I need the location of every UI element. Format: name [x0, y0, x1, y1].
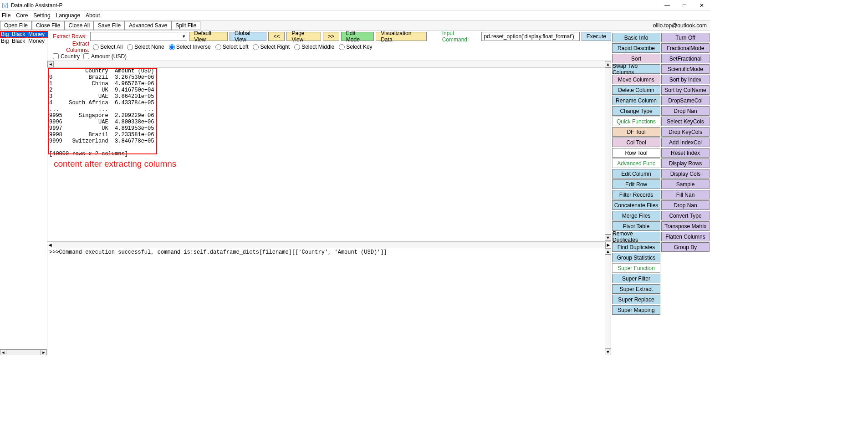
radio-select-none[interactable]: Select None	[127, 44, 164, 50]
radio-select-all[interactable]: Select All	[93, 44, 123, 50]
right-btn-select-keycols[interactable]: Select KeyCols	[661, 117, 710, 126]
radio-select-inverse[interactable]: Select Inverse	[169, 44, 211, 50]
radio-select-middle[interactable]: Select Middle	[294, 44, 334, 50]
right-btn-group-by[interactable]: Group By	[661, 242, 710, 252]
sidebar-hscroll[interactable]: ◄ ►	[0, 349, 47, 355]
edit-mode-button[interactable]: Edit Mode	[341, 32, 374, 41]
contact-email: olllo.top@outlook.com	[653, 22, 710, 29]
minimize-button[interactable]: —	[659, 0, 676, 11]
radio-select-right[interactable]: Select Right	[253, 44, 290, 50]
right-btn-convert-type[interactable]: Convert Type	[661, 211, 710, 220]
right-btn-sort-by-index[interactable]: Sort by Index	[661, 75, 710, 84]
titlebar: Data.olllo Assistant-P — □ ✕	[0, 0, 710, 11]
menu-about[interactable]: About	[86, 12, 100, 19]
scroll-up-icon[interactable]: ▲	[605, 61, 611, 67]
extract-rows-combo[interactable]: ▼	[90, 32, 187, 41]
global-view-button[interactable]: Global View	[230, 32, 267, 41]
console-vscroll[interactable]: ▲ ▼	[605, 248, 611, 355]
file-toolbar: Open File Close File Close All Save File…	[0, 20, 710, 31]
close-file-button[interactable]: Close File	[32, 21, 64, 30]
right-btn-merge-files[interactable]: Merge Files	[612, 211, 660, 220]
right-btn-basic-info[interactable]: Basic Info	[612, 33, 660, 42]
right-btn-reset-index[interactable]: Reset Index	[661, 148, 710, 158]
right-btn-move-columns[interactable]: Move Columns	[612, 75, 660, 84]
right-btn-super-mapping[interactable]: Super Mapping	[612, 305, 660, 315]
right-btn-group-statistics[interactable]: Group Statistics	[612, 253, 660, 262]
scroll-track[interactable]	[6, 349, 41, 355]
scroll-down-icon[interactable]: ▼	[605, 235, 611, 241]
right-btn-rename-column[interactable]: Rename Column	[612, 96, 660, 105]
check-amount[interactable]: Amount (USD)	[83, 53, 127, 60]
right-btn-fill-nan[interactable]: Fill Nan	[661, 190, 710, 199]
right-btn-scientificmode[interactable]: ScientificMode	[661, 64, 710, 74]
right-btn-drop-nan[interactable]: Drop Nan	[661, 200, 710, 210]
scroll-left-icon[interactable]: ◄	[47, 242, 53, 248]
check-country[interactable]: Country	[53, 53, 80, 60]
execute-button[interactable]: Execute	[582, 32, 611, 41]
right-btn-edit-column[interactable]: Edit Column	[612, 169, 660, 179]
right-btn-display-rows[interactable]: Display Rows	[661, 158, 710, 168]
next-page-button[interactable]: >>	[323, 32, 339, 41]
scroll-left-icon[interactable]: ◄	[47, 61, 54, 67]
right-btn-remove-duplicates[interactable]: Remove Duplicates	[612, 232, 660, 241]
close-all-button[interactable]: Close All	[64, 21, 94, 30]
input-command-field[interactable]	[481, 32, 579, 41]
right-btn-add-indexcol[interactable]: Add IndexCol	[661, 138, 710, 147]
menubar: File Core Setting Language About	[0, 11, 710, 20]
scroll-left-icon[interactable]: ◄	[0, 349, 6, 355]
right-btn-super-filter[interactable]: Super Filter	[612, 274, 660, 283]
right-btn-super-extract[interactable]: Super Extract	[612, 284, 660, 294]
right-btn-flatten-columns[interactable]: Flatten Columns	[661, 232, 710, 241]
right-btn-drop-keycols[interactable]: Drop KeyCols	[661, 127, 710, 137]
right-btn-dropsamecol[interactable]: DropSameCol	[661, 96, 710, 105]
data-vscroll[interactable]: ▲ ▼	[605, 61, 611, 241]
right-btn-edit-row[interactable]: Edit Row	[612, 179, 660, 189]
right-btn-row-tool[interactable]: Row Tool	[612, 148, 660, 158]
right-btn-super-replace[interactable]: Super Replace	[612, 295, 660, 304]
default-view-button[interactable]: Default View	[189, 32, 228, 41]
maximize-button[interactable]: □	[676, 0, 693, 11]
menu-file[interactable]: File	[2, 12, 10, 19]
right-btn-change-type[interactable]: Change Type	[612, 106, 660, 116]
open-file-button[interactable]: Open File	[0, 21, 32, 30]
menu-core[interactable]: Core	[16, 12, 28, 19]
right-btn-concatenate-files[interactable]: Concatenate Files	[612, 200, 660, 210]
right-btn-find-duplicates[interactable]: Find Duplicates	[612, 242, 660, 252]
advanced-save-button[interactable]: Advanced Save	[125, 21, 171, 30]
page-view-button[interactable]: Page View	[286, 32, 321, 41]
close-button[interactable]: ✕	[693, 0, 710, 11]
right-btn-setfractional[interactable]: SetFractional	[661, 54, 710, 63]
right-btn-sort[interactable]: Sort	[612, 54, 660, 63]
visualization-button[interactable]: Visualization Data	[376, 32, 426, 41]
right-btn-super-function: Super Function	[612, 263, 660, 273]
right-btn-transpose-matrix[interactable]: Transpose Matrix	[661, 221, 710, 231]
right-btn-df-tool[interactable]: DF Tool	[612, 127, 660, 137]
split-file-button[interactable]: Split File	[171, 21, 200, 30]
right-btn-delete-column[interactable]: Delete Column	[612, 85, 660, 95]
menu-language[interactable]: Language	[56, 12, 80, 19]
right-btn-sample[interactable]: Sample	[661, 179, 710, 189]
radio-select-left[interactable]: Select Left	[215, 44, 249, 50]
scroll-up-icon[interactable]: ▲	[605, 248, 611, 255]
window-title: Data.olllo Assistant-P	[11, 2, 659, 9]
right-btn-col-tool[interactable]: Col Tool	[612, 138, 660, 147]
right-btn-sort-by-colname[interactable]: Sort by ColName	[661, 85, 710, 95]
right-btn-swap-two-columns[interactable]: Swap Two Columns	[612, 64, 660, 74]
right-btn-fractionalmode[interactable]: FractionalMode	[661, 43, 710, 53]
radio-select-key[interactable]: Select Key	[339, 44, 372, 50]
scroll-right-icon[interactable]: ►	[41, 349, 47, 355]
data-hscroll-top[interactable]: ◄ ►	[47, 61, 611, 68]
right-btn-turn-off[interactable]: Turn Off	[661, 33, 710, 42]
menu-setting[interactable]: Setting	[33, 12, 50, 19]
sidebar-item-1[interactable]: Big_Black_Money_Data	[0, 38, 47, 45]
right-btn-display-cols[interactable]: Display Cols	[661, 169, 710, 179]
save-file-button[interactable]: Save File	[94, 21, 125, 30]
scroll-right-icon[interactable]: ►	[606, 242, 611, 248]
prev-page-button[interactable]: <<	[268, 32, 285, 41]
scroll-down-icon[interactable]: ▼	[605, 349, 611, 355]
right-btn-rapid-describe[interactable]: Rapid Describe	[612, 43, 660, 53]
right-btn-pivot-table[interactable]: Pivot Table	[612, 221, 660, 231]
console-hscroll[interactable]: ◄ ►	[47, 242, 611, 248]
right-btn-drop-nan[interactable]: Drop Nan	[661, 106, 710, 116]
right-btn-filter-records[interactable]: Filter Records	[612, 190, 660, 199]
